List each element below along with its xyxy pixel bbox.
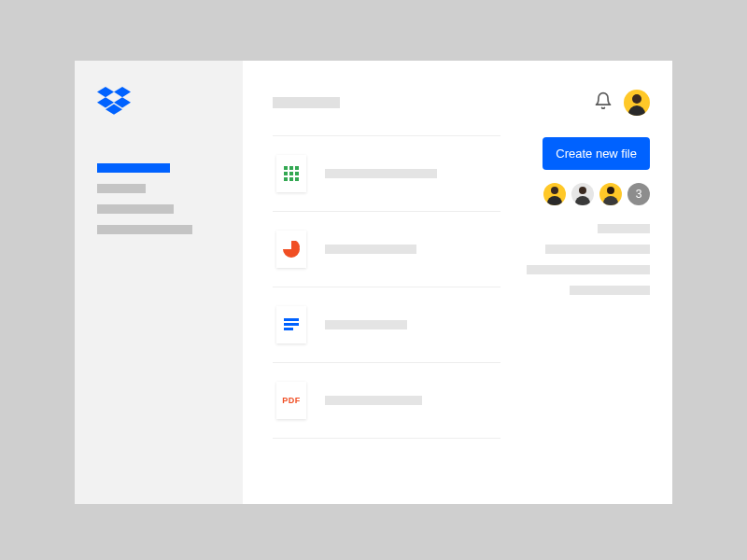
sidebar-item-2[interactable] xyxy=(97,204,174,214)
svg-rect-10 xyxy=(295,172,299,175)
svg-rect-8 xyxy=(284,172,288,175)
svg-rect-12 xyxy=(289,177,293,181)
svg-point-20 xyxy=(547,196,562,205)
collaborator-avatar-1[interactable] xyxy=(571,183,594,205)
file-row-presentation[interactable] xyxy=(273,212,500,287)
file-row-spreadsheet[interactable] xyxy=(273,136,500,212)
file-row-pdf[interactable]: PDF xyxy=(273,363,500,439)
collaborator-avatar-0[interactable] xyxy=(543,183,566,205)
svg-rect-15 xyxy=(284,323,299,326)
page-title-placeholder xyxy=(273,97,340,108)
file-row-document[interactable] xyxy=(273,287,500,363)
info-line xyxy=(570,286,650,295)
svg-point-21 xyxy=(579,187,586,194)
sidebar xyxy=(75,61,243,504)
header-actions xyxy=(519,89,650,117)
sidebar-item-0[interactable] xyxy=(97,163,170,173)
pdf-icon: PDF xyxy=(276,382,306,419)
svg-rect-14 xyxy=(284,318,299,321)
notifications-bell-icon[interactable] xyxy=(594,91,613,114)
dropbox-logo-icon[interactable] xyxy=(97,87,220,120)
svg-rect-7 xyxy=(295,166,299,170)
svg-point-23 xyxy=(607,187,614,194)
svg-rect-5 xyxy=(284,166,288,170)
svg-rect-6 xyxy=(289,166,293,170)
svg-marker-0 xyxy=(97,87,114,97)
file-name-placeholder xyxy=(325,169,437,178)
sidebar-item-3[interactable] xyxy=(97,225,192,234)
file-name-placeholder xyxy=(325,396,422,405)
collaborators-row: 3 xyxy=(519,183,650,205)
file-name-placeholder xyxy=(325,245,416,254)
collaborator-avatar-2[interactable] xyxy=(599,183,622,205)
collaborators-more-badge[interactable]: 3 xyxy=(627,183,650,205)
info-panel xyxy=(519,224,650,295)
main-content: PDF Create new file xyxy=(243,61,672,504)
right-panel: Create new file 3 xyxy=(519,89,650,482)
svg-point-24 xyxy=(603,196,618,205)
svg-rect-9 xyxy=(289,172,293,175)
svg-rect-13 xyxy=(295,177,299,181)
sidebar-nav xyxy=(97,163,220,234)
create-new-file-button[interactable]: Create new file xyxy=(543,137,650,170)
svg-point-22 xyxy=(575,196,590,205)
spreadsheet-icon xyxy=(276,155,306,192)
file-name-placeholder xyxy=(325,320,407,329)
info-line xyxy=(527,265,650,274)
svg-rect-16 xyxy=(284,328,293,330)
presentation-icon xyxy=(276,231,306,268)
list-header xyxy=(273,89,500,117)
user-avatar[interactable] xyxy=(624,90,650,116)
svg-point-18 xyxy=(628,105,645,116)
file-list-column: PDF xyxy=(273,89,500,482)
svg-point-19 xyxy=(551,187,558,194)
info-line xyxy=(545,245,650,254)
document-icon xyxy=(276,306,306,343)
svg-marker-1 xyxy=(114,87,131,97)
app-window: PDF Create new file xyxy=(75,61,672,504)
svg-rect-11 xyxy=(284,177,288,181)
info-line xyxy=(598,224,650,233)
svg-point-17 xyxy=(632,94,641,104)
sidebar-item-1[interactable] xyxy=(97,184,146,193)
